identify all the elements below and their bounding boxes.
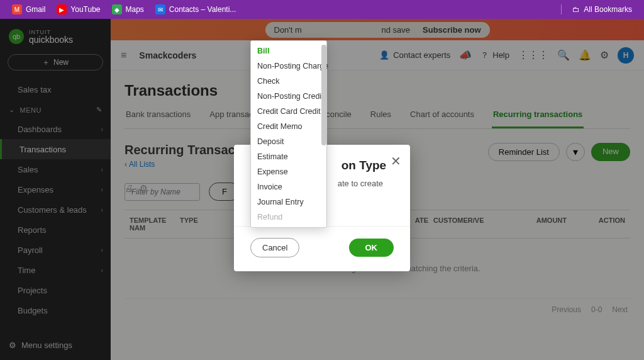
bookmark-maps[interactable]: ◆Maps [106, 4, 150, 14]
option-non-posting-charge[interactable]: Non-Posting Charge [251, 59, 326, 74]
folder-icon: 🗀 [572, 5, 580, 14]
cancel-button[interactable]: Cancel [250, 238, 299, 257]
ok-button[interactable]: OK [349, 239, 394, 257]
bookmark-label: All Bookmarks [584, 5, 632, 14]
transaction-type-dropdown: Bill Non-Posting Charge Check Non-Postin… [250, 40, 327, 228]
option-estimate[interactable]: Estimate [251, 149, 326, 164]
bookmark-gmail[interactable]: MGmail [6, 4, 51, 14]
bookmark-label: Gmail [26, 5, 45, 14]
gmail-icon: M [12, 4, 22, 14]
bookmark-label: Maps [126, 5, 144, 14]
youtube-icon: ▶ [57, 4, 67, 14]
option-deposit[interactable]: Deposit [251, 134, 326, 149]
bookmark-label: Contacts – Valenti... [169, 5, 236, 14]
maps-icon: ◆ [112, 4, 122, 14]
browser-bookmarks-bar: MGmail ▶YouTube ◆Maps ✉Contacts – Valent… [0, 0, 644, 19]
option-credit-card-credit[interactable]: Credit Card Credit [251, 104, 326, 119]
option-invoice[interactable]: Invoice [251, 179, 326, 194]
close-icon[interactable]: ✕ [391, 154, 401, 169]
option-refund[interactable]: Refund [251, 210, 326, 225]
bookmark-all-folder[interactable]: 🗀All Bookmarks [567, 5, 638, 14]
bookmark-contacts[interactable]: ✉Contacts – Valenti... [150, 4, 242, 14]
contacts-icon: ✉ [155, 4, 165, 14]
bookmark-youtube[interactable]: ▶YouTube [51, 4, 106, 14]
bookmark-label: YouTube [70, 5, 100, 14]
option-journal-entry[interactable]: Journal Entry [251, 194, 326, 210]
dropdown-scrollbar[interactable] [321, 45, 326, 145]
option-credit-memo[interactable]: Credit Memo [251, 119, 326, 134]
option-bill[interactable]: Bill [251, 43, 326, 59]
option-non-posting-credit[interactable]: Non-Posting Credit [251, 89, 326, 104]
option-expense[interactable]: Expense [251, 164, 326, 179]
option-check[interactable]: Check [251, 74, 326, 89]
